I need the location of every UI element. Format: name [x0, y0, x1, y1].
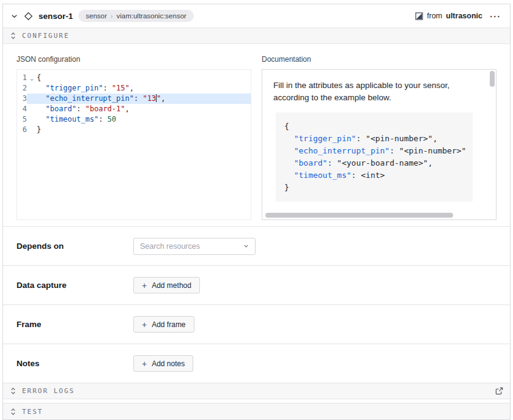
add-notes-button-label: Add notes [152, 359, 185, 368]
code-line: "trigger_pin": "<pin-number>", [284, 133, 464, 145]
h-scrollbar[interactable] [265, 213, 486, 218]
component-header: sensor-1 sensor › viam:ultrasonic:sensor… [3, 4, 510, 28]
code-line[interactable]: 2 "trigger_pin": "15", [17, 83, 251, 94]
code-line: "board": "<your-board-name>", [284, 157, 464, 169]
resource-select[interactable]: Search resources [133, 238, 256, 255]
line-number: 2 [17, 83, 27, 94]
code-line: } [284, 182, 464, 194]
depends-on-row: Depends on Search resources [3, 226, 510, 265]
h-scrollbar-thumb[interactable] [265, 213, 453, 218]
from-module: from ultrasonic [415, 12, 482, 20]
configure-label: CONFIGURE [22, 32, 70, 40]
fold-gutter [27, 114, 37, 125]
data-capture-row: Data capture + Add method [3, 265, 510, 304]
documentation-column: Documentation Fill in the attributes as … [262, 55, 496, 220]
fold-gutter [27, 83, 37, 94]
from-module-label: from [427, 12, 442, 20]
depends-on-label: Depends on [17, 241, 133, 251]
add-method-button-label: Add method [152, 281, 191, 290]
external-link-icon[interactable] [495, 387, 503, 395]
fold-icon[interactable]: ⌄ [27, 73, 37, 83]
module-name[interactable]: ultrasonic [446, 12, 482, 20]
line-number: 6 [17, 125, 27, 135]
v-scrollbar-thumb[interactable] [490, 71, 495, 87]
code-line[interactable]: 5 "timeout_ms": 50 [17, 114, 251, 125]
documentation-label: Documentation [262, 55, 496, 64]
code-line[interactable]: 3 "echo_interrupt_pin": "13", [17, 94, 251, 104]
notes-row: Notes + Add notes [3, 344, 510, 383]
code-line[interactable]: 1⌄{ [17, 73, 251, 83]
data-capture-label: Data capture [17, 281, 133, 290]
documentation-panel: Fill in the attributes as applicable to … [262, 69, 496, 220]
line-number: 3 [17, 94, 27, 104]
add-frame-button-label: Add frame [152, 320, 185, 329]
component-diamond-icon [24, 12, 33, 21]
component-name: sensor-1 [39, 12, 73, 21]
resource-select-placeholder: Search resources [140, 242, 200, 251]
component-breadcrumb-pill: sensor › viam:ultrasonic:sensor [78, 10, 194, 22]
component-type-label: sensor [86, 12, 107, 20]
code-line: "echo_interrupt_pin": "<pin-number>" [284, 145, 464, 157]
v-scrollbar[interactable] [490, 71, 495, 211]
code-line: "timeout_ms": <int> [284, 169, 464, 182]
code-line[interactable]: 4 "board": "board-1", [17, 104, 251, 114]
add-frame-button[interactable]: + Add frame [133, 316, 194, 333]
configure-body: JSON configuration 1⌄{2 "trigger_pin": "… [3, 44, 510, 226]
json-config-label: JSON configuration [17, 55, 251, 64]
fold-gutter [27, 94, 37, 104]
component-model-label: viam:ultrasonic:sensor [116, 12, 186, 20]
plus-icon: + [142, 359, 147, 368]
code-line: { [284, 120, 464, 133]
json-config-column: JSON configuration 1⌄{2 "trigger_pin": "… [17, 55, 251, 220]
line-number: 4 [17, 104, 27, 114]
component-card: sensor-1 sensor › viam:ultrasonic:sensor… [2, 4, 511, 420]
json-editor[interactable]: 1⌄{2 "trigger_pin": "15",3 "echo_interru… [17, 69, 251, 220]
plus-icon: + [142, 281, 147, 290]
configure-section-bar[interactable]: CONFIGURE [3, 28, 510, 44]
add-notes-button[interactable]: + Add notes [133, 355, 193, 372]
collapse-chevron-icon[interactable] [10, 12, 18, 20]
fold-gutter [27, 104, 37, 114]
chevron-down-icon [243, 243, 249, 249]
error-logs-label: ERROR LOGS [22, 387, 75, 395]
plus-icon: + [142, 320, 147, 329]
more-menu-button[interactable]: ⋯ [488, 10, 503, 22]
breadcrumb-chevron-icon: › [111, 12, 113, 20]
unfold-icon [10, 387, 17, 395]
line-number: 1 [17, 73, 27, 83]
unfold-icon [10, 408, 17, 416]
frame-label: Frame [17, 320, 133, 329]
error-logs-bar[interactable]: ERROR LOGS [3, 383, 510, 399]
test-bar[interactable]: TEST [3, 403, 510, 419]
unfold-icon [10, 32, 17, 40]
fold-gutter [27, 125, 37, 135]
line-number: 5 [17, 114, 27, 125]
doc-intro-text: Fill in the attributes as applicable to … [273, 79, 486, 104]
test-label: TEST [22, 408, 43, 416]
notes-label: Notes [17, 359, 133, 368]
add-method-button[interactable]: + Add method [133, 277, 200, 293]
doc-code-block: { "trigger_pin": "<pin-number>", "echo_i… [276, 112, 473, 202]
frame-row: Frame + Add frame [3, 304, 510, 344]
code-line[interactable]: 6} [17, 125, 251, 135]
module-icon [415, 12, 423, 20]
